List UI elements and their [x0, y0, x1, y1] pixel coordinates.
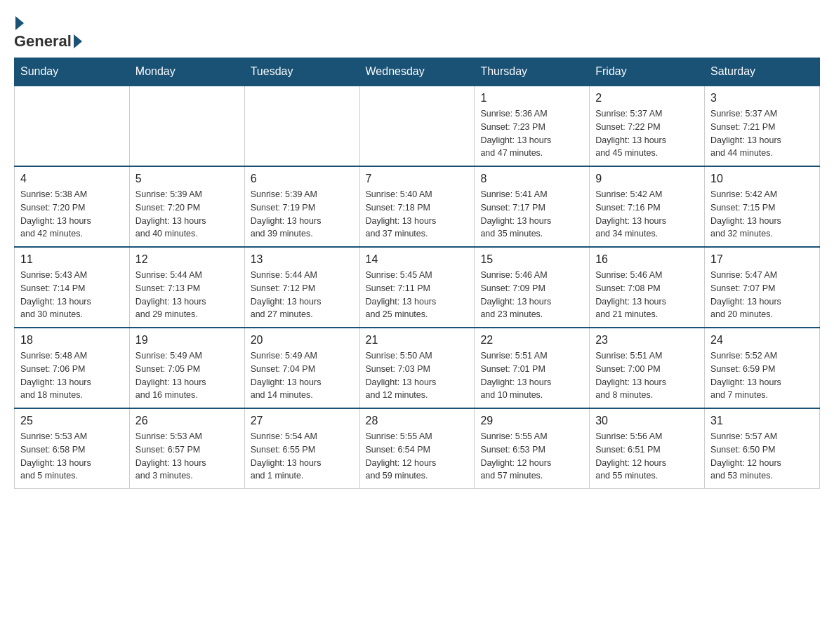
calendar-cell: 7Sunrise: 5:40 AM Sunset: 7:18 PM Daylig…	[359, 166, 475, 247]
day-number: 17	[710, 253, 814, 266]
day-number: 27	[251, 415, 354, 427]
calendar-cell: 24Sunrise: 5:52 AM Sunset: 6:59 PM Dayli…	[705, 328, 820, 408]
calendar-cell: 14Sunrise: 5:45 AM Sunset: 7:11 PM Dayli…	[359, 247, 475, 328]
day-number: 7	[366, 173, 469, 185]
day-number: 24	[710, 334, 814, 347]
day-info: Sunrise: 5:49 AM Sunset: 7:04 PM Dayligh…	[251, 349, 354, 402]
logo-arrow-icon	[15, 16, 24, 30]
day-info: Sunrise: 5:51 AM Sunset: 7:01 PM Dayligh…	[480, 349, 583, 402]
logo-text	[14, 14, 25, 32]
day-info: Sunrise: 5:45 AM Sunset: 7:11 PM Dayligh…	[366, 269, 469, 321]
day-number: 5	[135, 173, 239, 185]
day-info: Sunrise: 5:55 AM Sunset: 6:53 PM Dayligh…	[480, 430, 583, 483]
calendar-cell: 6Sunrise: 5:39 AM Sunset: 7:19 PM Daylig…	[244, 166, 359, 247]
day-info: Sunrise: 5:51 AM Sunset: 7:00 PM Dayligh…	[595, 349, 699, 402]
days-of-week-row: SundayMondayTuesdayWednesdayThursdayFrid…	[15, 58, 820, 86]
day-number: 26	[135, 415, 239, 427]
calendar-cell: 21Sunrise: 5:50 AM Sunset: 7:03 PM Dayli…	[359, 328, 475, 408]
calendar-cell	[244, 86, 359, 166]
day-of-week-thursday: Thursday	[475, 58, 590, 86]
day-number: 19	[135, 334, 239, 347]
day-number: 2	[595, 92, 699, 105]
calendar-cell: 8Sunrise: 5:41 AM Sunset: 7:17 PM Daylig…	[475, 166, 590, 247]
day-number: 13	[251, 253, 354, 266]
day-number: 28	[366, 415, 469, 427]
day-info: Sunrise: 5:48 AM Sunset: 7:06 PM Dayligh…	[20, 349, 124, 402]
week-row-3: 11Sunrise: 5:43 AM Sunset: 7:14 PM Dayli…	[15, 247, 820, 328]
day-info: Sunrise: 5:53 AM Sunset: 6:57 PM Dayligh…	[135, 430, 239, 483]
week-row-2: 4Sunrise: 5:38 AM Sunset: 7:20 PM Daylig…	[15, 166, 820, 247]
calendar-cell: 18Sunrise: 5:48 AM Sunset: 7:06 PM Dayli…	[15, 328, 130, 408]
day-number: 10	[710, 173, 814, 185]
calendar-cell: 3Sunrise: 5:37 AM Sunset: 7:21 PM Daylig…	[705, 86, 820, 166]
calendar-cell: 12Sunrise: 5:44 AM Sunset: 7:13 PM Dayli…	[129, 247, 244, 328]
calendar-cell: 19Sunrise: 5:49 AM Sunset: 7:05 PM Dayli…	[129, 328, 244, 408]
day-number: 8	[480, 173, 583, 185]
week-row-4: 18Sunrise: 5:48 AM Sunset: 7:06 PM Dayli…	[15, 328, 820, 408]
day-number: 16	[595, 253, 699, 266]
day-number: 20	[251, 334, 354, 347]
day-number: 23	[595, 334, 699, 347]
logo: General	[14, 14, 84, 51]
day-number: 22	[480, 334, 583, 347]
calendar-cell	[129, 86, 244, 166]
calendar-cell: 1Sunrise: 5:36 AM Sunset: 7:23 PM Daylig…	[475, 86, 590, 166]
day-info: Sunrise: 5:37 AM Sunset: 7:22 PM Dayligh…	[595, 107, 699, 160]
day-info: Sunrise: 5:37 AM Sunset: 7:21 PM Dayligh…	[710, 107, 814, 160]
day-number: 3	[710, 92, 814, 105]
calendar-cell: 16Sunrise: 5:46 AM Sunset: 7:08 PM Dayli…	[590, 247, 705, 328]
calendar-body: 1Sunrise: 5:36 AM Sunset: 7:23 PM Daylig…	[15, 86, 820, 489]
week-row-1: 1Sunrise: 5:36 AM Sunset: 7:23 PM Daylig…	[15, 86, 820, 166]
day-info: Sunrise: 5:50 AM Sunset: 7:03 PM Dayligh…	[366, 349, 469, 402]
calendar-cell: 30Sunrise: 5:56 AM Sunset: 6:51 PM Dayli…	[590, 408, 705, 489]
calendar-cell: 4Sunrise: 5:38 AM Sunset: 7:20 PM Daylig…	[15, 166, 130, 247]
calendar-header: SundayMondayTuesdayWednesdayThursdayFrid…	[15, 58, 820, 86]
day-info: Sunrise: 5:57 AM Sunset: 6:50 PM Dayligh…	[710, 430, 814, 483]
day-number: 12	[135, 253, 239, 266]
calendar-cell	[359, 86, 475, 166]
day-info: Sunrise: 5:55 AM Sunset: 6:54 PM Dayligh…	[366, 430, 469, 483]
day-number: 21	[366, 334, 469, 347]
day-number: 31	[710, 415, 814, 427]
calendar-cell: 2Sunrise: 5:37 AM Sunset: 7:22 PM Daylig…	[590, 86, 705, 166]
day-info: Sunrise: 5:53 AM Sunset: 6:58 PM Dayligh…	[20, 430, 124, 483]
day-info: Sunrise: 5:40 AM Sunset: 7:18 PM Dayligh…	[366, 188, 469, 241]
day-info: Sunrise: 5:43 AM Sunset: 7:14 PM Dayligh…	[20, 269, 124, 321]
day-number: 30	[595, 415, 699, 427]
calendar-cell: 17Sunrise: 5:47 AM Sunset: 7:07 PM Dayli…	[705, 247, 820, 328]
day-number: 15	[480, 253, 583, 266]
week-row-5: 25Sunrise: 5:53 AM Sunset: 6:58 PM Dayli…	[15, 408, 820, 489]
day-number: 14	[366, 253, 469, 266]
day-of-week-tuesday: Tuesday	[244, 58, 359, 86]
day-info: Sunrise: 5:42 AM Sunset: 7:15 PM Dayligh…	[710, 188, 814, 241]
day-of-week-wednesday: Wednesday	[359, 58, 475, 86]
day-info: Sunrise: 5:54 AM Sunset: 6:55 PM Dayligh…	[251, 430, 354, 483]
calendar-cell: 28Sunrise: 5:55 AM Sunset: 6:54 PM Dayli…	[359, 408, 475, 489]
calendar-cell: 15Sunrise: 5:46 AM Sunset: 7:09 PM Dayli…	[475, 247, 590, 328]
calendar-cell: 27Sunrise: 5:54 AM Sunset: 6:55 PM Dayli…	[244, 408, 359, 489]
day-info: Sunrise: 5:46 AM Sunset: 7:08 PM Dayligh…	[595, 269, 699, 321]
day-info: Sunrise: 5:46 AM Sunset: 7:09 PM Dayligh…	[480, 269, 583, 321]
logo-chevron-icon	[74, 34, 82, 48]
calendar-cell: 20Sunrise: 5:49 AM Sunset: 7:04 PM Dayli…	[244, 328, 359, 408]
calendar-table: SundayMondayTuesdayWednesdayThursdayFrid…	[14, 58, 820, 489]
calendar-cell: 29Sunrise: 5:55 AM Sunset: 6:53 PM Dayli…	[475, 408, 590, 489]
day-number: 6	[251, 173, 354, 185]
day-of-week-saturday: Saturday	[705, 58, 820, 86]
day-number: 25	[20, 415, 124, 427]
day-info: Sunrise: 5:44 AM Sunset: 7:13 PM Dayligh…	[135, 269, 239, 321]
day-info: Sunrise: 5:49 AM Sunset: 7:05 PM Dayligh…	[135, 349, 239, 402]
calendar-cell: 9Sunrise: 5:42 AM Sunset: 7:16 PM Daylig…	[590, 166, 705, 247]
day-info: Sunrise: 5:41 AM Sunset: 7:17 PM Dayligh…	[480, 188, 583, 241]
day-number: 9	[595, 173, 699, 185]
day-info: Sunrise: 5:36 AM Sunset: 7:23 PM Dayligh…	[480, 107, 583, 160]
calendar-cell: 10Sunrise: 5:42 AM Sunset: 7:15 PM Dayli…	[705, 166, 820, 247]
day-of-week-monday: Monday	[129, 58, 244, 86]
day-number: 11	[20, 253, 124, 266]
day-info: Sunrise: 5:39 AM Sunset: 7:20 PM Dayligh…	[135, 188, 239, 241]
day-of-week-sunday: Sunday	[15, 58, 130, 86]
day-info: Sunrise: 5:39 AM Sunset: 7:19 PM Dayligh…	[251, 188, 354, 241]
day-number: 4	[20, 173, 124, 185]
day-info: Sunrise: 5:52 AM Sunset: 6:59 PM Dayligh…	[710, 349, 814, 402]
page-header: General	[14, 14, 820, 51]
